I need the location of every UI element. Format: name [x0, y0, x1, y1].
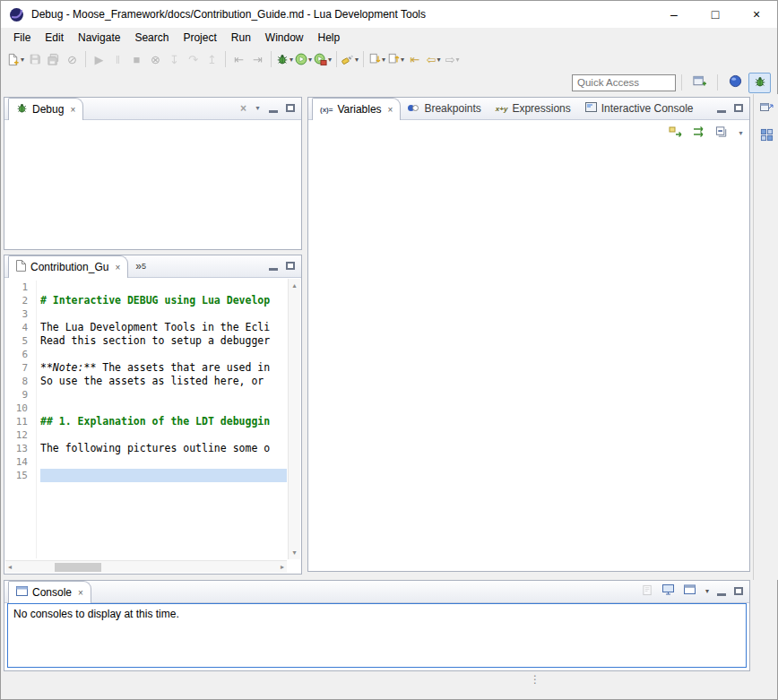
editor-line[interactable] [40, 469, 287, 482]
vertical-scrollbar[interactable]: ▴ ▾ [288, 279, 300, 559]
minimize-icon[interactable] [269, 110, 278, 113]
close-icon[interactable]: × [78, 588, 83, 598]
ldt-perspective-icon [729, 74, 742, 91]
close-icon[interactable]: × [388, 105, 393, 115]
dropdown-arrow-icon[interactable]: ▾ [308, 56, 312, 64]
last-edit-location-button[interactable]: ⇤ [405, 49, 424, 69]
mark-occurrences-button[interactable]: ▾ [341, 49, 359, 69]
editor-line[interactable] [40, 388, 287, 402]
menu-help[interactable]: Help [311, 29, 348, 47]
restore-view-icon[interactable] [759, 100, 774, 117]
main-toolbar: ▾⊘▶‖■⊗↧↷↥⇤⇥▾▾▾▾▾▾⇤⇦▾⇨▾ [1, 48, 777, 71]
line-number: 11 [4, 415, 28, 428]
editor-line[interactable] [40, 402, 287, 415]
minimize-icon[interactable] [717, 593, 726, 596]
back-button[interactable]: ⇦▾ [424, 49, 443, 69]
editor-line[interactable] [40, 428, 287, 442]
debug-view-toolbar: × ▼ [240, 97, 301, 119]
quick-access-input[interactable]: Quick Access [572, 74, 676, 91]
tab-interactive-console[interactable]: Interactive Console [578, 98, 701, 119]
variables-content[interactable]: ▼ [308, 120, 749, 571]
editor-line[interactable] [40, 348, 287, 361]
dropdown-arrow-icon[interactable]: ▾ [382, 56, 385, 64]
minimize-window-button[interactable]: – [653, 1, 695, 28]
dropdown-arrow-icon[interactable]: ▾ [290, 56, 293, 64]
step-over-button: ↷ [184, 49, 203, 69]
maximize-icon[interactable] [734, 587, 743, 595]
menu-edit[interactable]: Edit [38, 29, 71, 47]
drop-to-frame-icon: ⇤ [234, 53, 244, 66]
dropdown-arrow-icon[interactable]: ▾ [401, 56, 404, 64]
editor-line[interactable]: **Note:** The assets that are used in [40, 361, 287, 375]
view-menu-icon[interactable]: ▼ [738, 130, 744, 136]
scroll-right-icon[interactable]: ▸ [281, 563, 284, 571]
link-with-frame-icon[interactable] [692, 125, 706, 141]
scroll-left-icon[interactable]: ◂ [8, 563, 12, 571]
menu-project[interactable]: Project [176, 29, 223, 47]
tab-variables[interactable]: (x)= Variables × [312, 98, 401, 120]
tab-console[interactable]: Console × [8, 581, 91, 603]
scroll-up-icon[interactable]: ▴ [292, 281, 296, 290]
open-console-icon[interactable] [683, 583, 696, 599]
tab-breakpoints[interactable]: Breakpoints [401, 98, 488, 119]
view-menu-icon[interactable]: ▼ [255, 105, 261, 111]
minimized-view-icon[interactable] [760, 128, 774, 144]
minimize-icon[interactable] [717, 110, 726, 113]
file-icon [16, 260, 26, 274]
dropdown-arrow-icon[interactable]: ▾ [355, 56, 359, 64]
editor-line[interactable] [40, 281, 287, 294]
editor-line[interactable] [40, 307, 287, 321]
collapse-all-icon[interactable] [715, 125, 729, 141]
new-wizard-button[interactable]: ▾ [5, 49, 25, 69]
ldt-perspective-button[interactable] [724, 73, 747, 93]
menu-navigate[interactable]: Navigate [71, 29, 127, 47]
minimize-icon[interactable] [269, 268, 278, 271]
line-number: 5 [4, 334, 28, 348]
tab-expressions[interactable]: x+y Expressions [488, 98, 578, 119]
menu-run[interactable]: Run [224, 29, 258, 47]
dropdown-arrow-icon[interactable]: ▾ [437, 56, 441, 64]
debug-button[interactable]: ▾ [275, 49, 294, 69]
tab-contribution-guide[interactable]: Contribution_Gu × [8, 255, 128, 278]
editor-line[interactable]: The Lua Development Tools in the Ecli [40, 321, 287, 334]
editor-line[interactable] [40, 455, 287, 469]
debug-perspective-button[interactable] [748, 73, 771, 93]
dropdown-arrow-icon[interactable]: ▾ [328, 56, 332, 64]
close-icon[interactable]: × [115, 263, 120, 272]
line-number-ruler[interactable]: 123456789101112131415 [4, 281, 37, 558]
tab-debug[interactable]: Debug × [8, 98, 83, 120]
debug-view-content[interactable] [4, 120, 301, 249]
menu-window[interactable]: Window [258, 29, 311, 47]
editor-text-area[interactable]: # Interactive DEBUG using Lua DevelopThe… [40, 281, 287, 558]
menu-file[interactable]: File [6, 29, 38, 47]
editor-line[interactable]: So use the assets as listed here, or [40, 375, 287, 388]
editor-tab-overflow[interactable]: »5 [128, 255, 153, 277]
horizontal-scrollbar[interactable]: ◂ ▸ [5, 560, 287, 573]
dropdown-arrow-icon[interactable]: ▾ [21, 56, 24, 64]
editor-line[interactable]: # Interactive DEBUG using Lua Develop [40, 294, 287, 307]
scroll-down-icon[interactable]: ▾ [292, 549, 296, 557]
console-content[interactable]: No consoles to display at this time. [7, 603, 747, 668]
skip-all-breakpoints-icon: ⊘ [67, 53, 77, 66]
scrollbar-thumb[interactable] [55, 563, 101, 572]
maximize-icon[interactable] [286, 104, 295, 112]
close-icon[interactable]: × [70, 105, 75, 115]
menu-search[interactable]: Search [127, 29, 176, 47]
external-tools-button[interactable]: ▾ [313, 49, 333, 69]
maximize-icon[interactable] [734, 104, 743, 112]
show-logical-structures-icon[interactable] [669, 125, 683, 141]
dropdown-arrow-icon[interactable]: ▾ [705, 587, 709, 595]
editor-line[interactable]: Read this section to setup a debugger [40, 334, 287, 348]
close-window-button[interactable]: × [736, 1, 777, 28]
editor-line[interactable]: The following pictures outline some o [40, 442, 287, 455]
previous-annotation-button[interactable]: ▾ [386, 49, 405, 69]
open-perspective-button[interactable] [688, 73, 711, 93]
editor-line[interactable]: ## 1. Explanation of the LDT debuggin [40, 415, 287, 428]
maximize-icon[interactable] [286, 262, 295, 270]
maximize-window-button[interactable]: □ [695, 1, 736, 28]
dropdown-arrow-icon[interactable]: ▾ [456, 56, 460, 64]
run-button[interactable]: ▾ [294, 49, 313, 69]
sash-grip[interactable]: ⋮ [528, 675, 542, 695]
next-annotation-button[interactable]: ▾ [367, 49, 386, 69]
display-selected-console-icon[interactable] [661, 583, 675, 599]
